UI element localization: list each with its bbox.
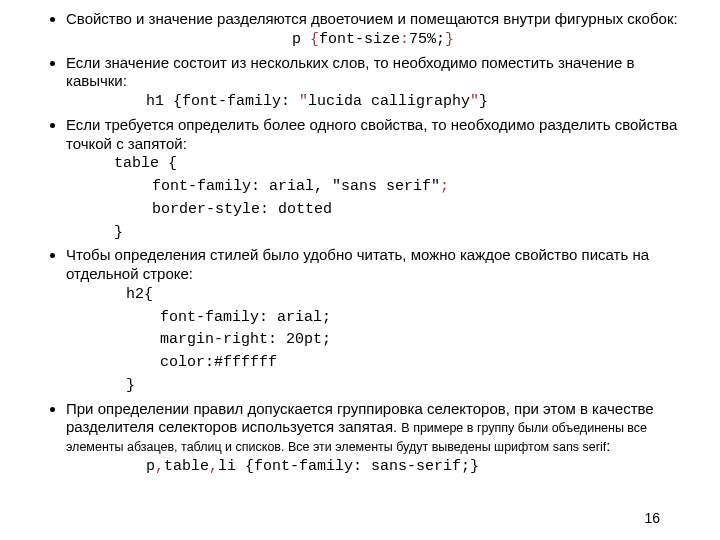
bullet-2-text: Если значение состоит из нескольких слов… [66,54,634,90]
bullet-5-text-c: : [606,437,610,454]
bullet-1-text: Свойство и значение разделяются двоеточи… [66,10,678,27]
bullet-3-code-l1: table { [66,155,680,174]
bullet-3-code-l3: border-style: dotted [66,201,680,220]
bullet-2-code: h1 {font-family: "lucida calligraphy"} [66,93,680,112]
bullet-3-code-l2: font-family: arial, "sans serif"; [66,178,680,197]
bullet-4-code-l2: font-family: arial; [66,309,680,328]
bullet-1: Свойство и значение разделяются двоеточи… [66,10,680,50]
bullet-4-code-l5: } [66,377,680,396]
bullet-5-code: p,table,li {font-family: sans-serif;} [66,458,680,477]
bullet-5: При определении правил допускается групп… [66,400,680,477]
bullet-4-code-l1: h2{ [66,286,680,305]
bullet-3: Если требуется определить более одного с… [66,116,680,243]
bullet-4-code-l4: color:#ffffff [66,354,680,373]
bullet-2: Если значение состоит из нескольких слов… [66,54,680,112]
bullet-3-code-l4: } [66,224,680,243]
bullet-3-text: Если требуется определить более одного с… [66,116,677,152]
page-number: 16 [644,510,660,526]
bullet-4-code-l3: margin-right: 20pt; [66,331,680,350]
bullet-4: Чтобы определения стилей было удобно чит… [66,246,680,395]
bullet-1-code: p {font-size:75%;} [66,31,680,50]
bullet-list: Свойство и значение разделяются двоеточи… [30,10,680,477]
bullet-4-text: Чтобы определения стилей было удобно чит… [66,246,649,282]
